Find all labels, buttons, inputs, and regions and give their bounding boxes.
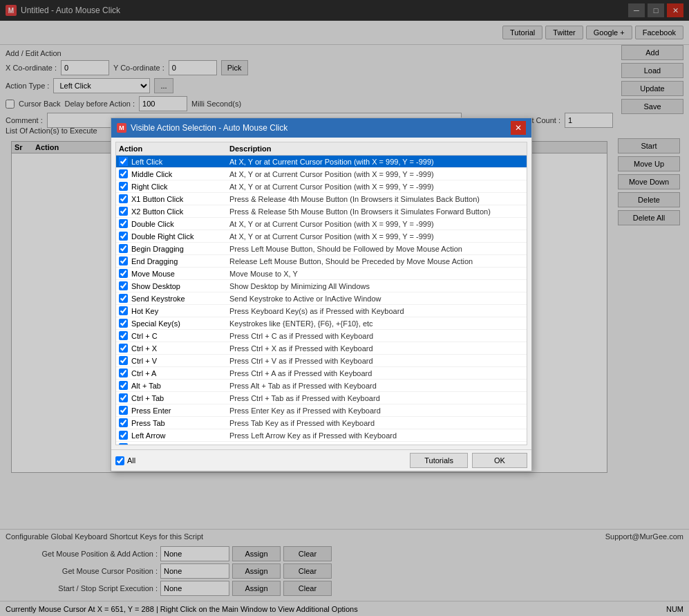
- row-name: Move Mouse: [131, 270, 229, 278]
- row-name: Double Right Click: [131, 232, 229, 241]
- row-checkbox[interactable]: [119, 368, 128, 377]
- row-desc: Press & Release 4th Mouse Button (In Bro…: [229, 195, 524, 203]
- modal-list-item[interactable]: End DraggingRelease Left Mouse Button, S…: [116, 255, 527, 268]
- row-checkbox[interactable]: [119, 232, 128, 241]
- modal-list-item[interactable]: Press TabPress Tab Key as if Pressed wit…: [116, 417, 527, 429]
- row-checkbox[interactable]: [119, 443, 128, 445]
- modal-icon: M: [117, 123, 126, 133]
- row-desc: Press Ctrl + A as if Pressed with Keyboa…: [229, 369, 524, 377]
- row-desc: Press Tab Key as if Pressed with Keyboar…: [229, 419, 524, 427]
- row-desc: At X, Y or at Current Cursor Position (w…: [229, 158, 524, 166]
- row-name: Double Click: [131, 220, 229, 228]
- row-name: Left Arrow: [131, 431, 229, 440]
- modal-dialog: M Visible Action Selection - Auto Mouse …: [111, 118, 532, 472]
- row-desc: Press Keyboard Key(s) as if Pressed with…: [229, 307, 524, 315]
- row-desc: Press Ctrl + X as if Pressed with Keyboa…: [229, 344, 524, 353]
- row-name: Show Desktop: [131, 282, 229, 290]
- row-checkbox[interactable]: [119, 281, 128, 290]
- row-name: Begin Dragging: [131, 245, 229, 253]
- row-name: Ctrl + V: [131, 357, 229, 365]
- row-desc: Press Ctrl + V as if Pressed with Keyboa…: [229, 357, 524, 365]
- row-desc: Press Ctrl + C as if Pressed with Keyboa…: [229, 332, 524, 340]
- row-checkbox[interactable]: [119, 344, 128, 353]
- modal-footer: All Tutorials OK: [111, 449, 531, 471]
- modal-list[interactable]: Left ClickAt X, Y or at Current Cursor P…: [115, 155, 527, 445]
- modal-list-item[interactable]: Double ClickAt X, Y or at Current Cursor…: [116, 218, 527, 230]
- modal-close-button[interactable]: ✕: [511, 121, 526, 135]
- modal-list-item[interactable]: Ctrl + XPress Ctrl + X as if Pressed wit…: [116, 342, 527, 355]
- modal-list-item[interactable]: Left ClickAt X, Y or at Current Cursor P…: [116, 156, 527, 168]
- row-name: Send Keystroke: [131, 295, 229, 303]
- modal-list-item[interactable]: Send KeystrokeSend Keystroke to Active o…: [116, 292, 527, 305]
- modal-list-item[interactable]: Ctrl + VPress Ctrl + V as if Pressed wit…: [116, 355, 527, 367]
- row-desc: Release Left Mouse Button, Should be Pre…: [229, 257, 524, 265]
- row-checkbox[interactable]: [119, 194, 128, 203]
- row-desc: Press Ctrl + Tab as if Pressed with Keyb…: [229, 394, 524, 402]
- row-name: Ctrl + A: [131, 369, 229, 377]
- row-checkbox[interactable]: [119, 219, 128, 228]
- row-checkbox[interactable]: [119, 393, 128, 402]
- row-checkbox[interactable]: [119, 169, 128, 178]
- row-checkbox[interactable]: [119, 244, 128, 253]
- modal-list-item[interactable]: Alt + TabPress Alt + Tab as if Pressed w…: [116, 380, 527, 392]
- modal-list-item[interactable]: Ctrl + CPress Ctrl + C as if Pressed wit…: [116, 330, 527, 342]
- row-checkbox[interactable]: [119, 207, 128, 216]
- row-checkbox[interactable]: [119, 294, 128, 303]
- row-checkbox[interactable]: [119, 319, 128, 328]
- modal-list-item[interactable]: Begin DraggingPress Left Mouse Button, S…: [116, 243, 527, 255]
- tutorials-button[interactable]: Tutorials: [410, 453, 468, 468]
- row-name: Right Arrow: [131, 444, 229, 446]
- modal-list-item[interactable]: Move MouseMove Mouse to X, Y: [116, 268, 527, 280]
- row-desc: Keystrokes like {ENTER}, {F6}, +{F10}, e…: [229, 319, 524, 328]
- modal-list-item[interactable]: Hot KeyPress Keyboard Key(s) as if Press…: [116, 305, 527, 317]
- modal-body: Action Description Left ClickAt X, Y or …: [111, 138, 531, 449]
- row-checkbox[interactable]: [119, 256, 128, 265]
- row-checkbox[interactable]: [119, 306, 128, 315]
- row-checkbox[interactable]: [119, 418, 128, 427]
- row-name: X1 Button Click: [131, 195, 229, 203]
- modal-list-item[interactable]: X2 Button ClickPress & Release 5th Mouse…: [116, 205, 527, 218]
- modal-list-item[interactable]: Middle ClickAt X, Y or at Current Cursor…: [116, 168, 527, 180]
- row-name: Press Enter: [131, 407, 229, 415]
- row-checkbox[interactable]: [119, 182, 128, 191]
- modal-list-item[interactable]: Double Right ClickAt X, Y or at Current …: [116, 230, 527, 243]
- modal-list-item[interactable]: Right ClickAt X, Y or at Current Cursor …: [116, 180, 527, 193]
- modal-footer-buttons: Tutorials OK: [410, 453, 527, 468]
- modal-overlay: M Visible Action Selection - Auto Mouse …: [0, 0, 689, 616]
- modal-list-item[interactable]: Press EnterPress Enter Key as if Pressed…: [116, 404, 527, 417]
- row-checkbox[interactable]: [119, 331, 128, 340]
- modal-title: Visible Action Selection - Auto Mouse Cl…: [131, 123, 511, 133]
- modal-list-item[interactable]: X1 Button ClickPress & Release 4th Mouse…: [116, 193, 527, 205]
- modal-col-action: Action: [119, 144, 229, 153]
- row-checkbox[interactable]: [119, 356, 128, 365]
- modal-list-item[interactable]: Right ArrowPress Right Arrow Key as if P…: [116, 442, 527, 445]
- modal-title-bar: M Visible Action Selection - Auto Mouse …: [111, 118, 531, 138]
- modal-col-desc: Description: [229, 144, 524, 153]
- row-desc: At X, Y or at Current Cursor Position (w…: [229, 232, 524, 241]
- modal-list-item[interactable]: Show DesktopShow Desktop by Minimizing A…: [116, 280, 527, 292]
- row-desc: Move Mouse to X, Y: [229, 270, 524, 278]
- row-name: Alt + Tab: [131, 382, 229, 390]
- all-label: All: [127, 456, 135, 465]
- modal-all-check: All: [115, 456, 406, 465]
- row-name: Hot Key: [131, 307, 229, 315]
- ok-button[interactable]: OK: [472, 453, 527, 468]
- modal-list-item[interactable]: Special Key(s)Keystrokes like {ENTER}, {…: [116, 317, 527, 330]
- row-name: Ctrl + Tab: [131, 394, 229, 402]
- modal-list-item[interactable]: Left ArrowPress Left Arrow Key as if Pre…: [116, 429, 527, 442]
- row-checkbox[interactable]: [119, 406, 128, 415]
- row-name: Ctrl + X: [131, 344, 229, 353]
- row-desc: Press Left Mouse Button, Should be Follo…: [229, 245, 524, 253]
- row-checkbox[interactable]: [119, 157, 128, 166]
- row-checkbox[interactable]: [119, 269, 128, 278]
- row-checkbox[interactable]: [119, 431, 128, 440]
- row-checkbox[interactable]: [119, 381, 128, 390]
- row-desc: Press Left Arrow Key as if Pressed with …: [229, 431, 524, 440]
- row-desc: Show Desktop by Minimizing All Windows: [229, 282, 524, 290]
- modal-list-item[interactable]: Ctrl + APress Ctrl + A as if Pressed wit…: [116, 367, 527, 380]
- row-desc: At X, Y or at Current Cursor Position (w…: [229, 220, 524, 228]
- modal-table-header: Action Description: [115, 142, 527, 155]
- main-window: M Untitled - Auto Mouse Click ─ □ ✕ Tuto…: [0, 0, 689, 616]
- all-checkbox[interactable]: [115, 456, 124, 465]
- modal-list-item[interactable]: Ctrl + TabPress Ctrl + Tab as if Pressed…: [116, 392, 527, 404]
